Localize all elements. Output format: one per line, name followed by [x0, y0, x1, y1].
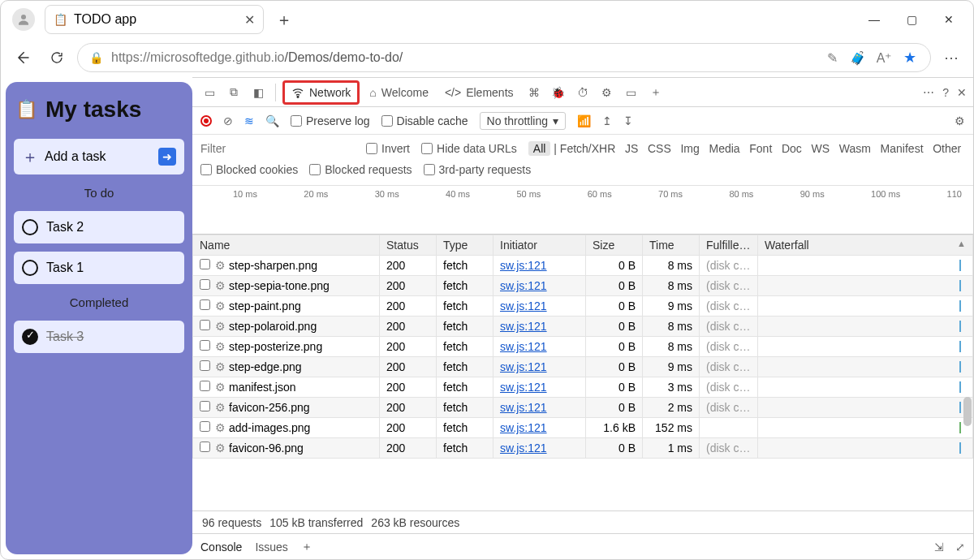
table-row[interactable]: ⚙favicon-96.png200fetchsw.js:1210 B1 ms(… — [193, 438, 973, 459]
filter-input[interactable] — [200, 142, 355, 155]
favorite-star-icon[interactable]: ★ — [901, 49, 919, 67]
text-size-icon[interactable]: A⁺ — [875, 50, 893, 66]
browser-more-icon[interactable]: ⋯ — [944, 49, 959, 67]
row-checkbox[interactable] — [200, 279, 210, 290]
initiator-link[interactable]: sw.js:121 — [500, 381, 547, 394]
filter-media[interactable]: Media — [709, 142, 739, 155]
url-field[interactable]: 🔒 https://microsoftedge.github.io/Demos/… — [77, 43, 931, 72]
table-row[interactable]: ⚙add-images.png200fetchsw.js:1211.6 kB15… — [193, 418, 973, 438]
filter-other[interactable]: Other — [933, 142, 961, 155]
task-item[interactable]: Task 1 — [14, 252, 184, 284]
filter-all[interactable]: All — [528, 141, 551, 156]
add-tab-icon[interactable]: ＋ — [645, 85, 666, 100]
dock-side-icon[interactable]: ◧ — [248, 86, 269, 99]
table-row[interactable]: ⚙step-posterize.png200fetchsw.js:1210 B8… — [193, 337, 973, 357]
col-waterfall[interactable]: Waterfall▲ — [758, 235, 973, 256]
filter-ws[interactable]: WS — [812, 142, 830, 155]
row-checkbox[interactable] — [200, 401, 210, 411]
filter-fetchxhr[interactable]: Fetch/XHR — [560, 142, 615, 155]
task-item[interactable]: Task 3 — [14, 321, 184, 353]
row-checkbox[interactable] — [200, 381, 210, 391]
blocked-requests-checkbox[interactable]: Blocked requests — [309, 163, 412, 176]
table-row[interactable]: ⚙step-sepia-tone.png200fetchsw.js:1210 B… — [193, 276, 973, 296]
row-checkbox[interactable] — [200, 442, 210, 452]
initiator-link[interactable]: sw.js:121 — [500, 442, 547, 454]
drawer-expand-icon[interactable]: ⤢ — [955, 541, 965, 554]
network-settings-icon[interactable]: ⚙ — [955, 114, 965, 127]
drawer-dock-icon[interactable]: ⇲ — [934, 541, 944, 554]
hide-data-urls-checkbox[interactable]: Hide data URLs — [421, 142, 517, 155]
filter-manifest[interactable]: Manifest — [881, 142, 924, 155]
col-size[interactable]: Size — [586, 235, 643, 256]
clear-icon[interactable]: ⊘ — [223, 114, 233, 127]
settings-gear-icon[interactable]: ⚙ — [597, 86, 618, 99]
upload-har-icon[interactable]: ↥ — [602, 114, 612, 127]
drawer-console-tab[interactable]: Console — [200, 541, 242, 554]
disable-cache-checkbox[interactable]: Disable cache — [381, 114, 468, 127]
window-icon[interactable]: ▭ — [621, 86, 642, 99]
table-row[interactable]: ⚙step-paint.png200fetchsw.js:1210 B9 ms(… — [193, 296, 973, 317]
back-button[interactable] — [9, 44, 37, 71]
window-minimize[interactable]: ― — [866, 13, 882, 26]
filter-toggle-icon[interactable]: ≋ — [244, 114, 254, 127]
initiator-link[interactable]: sw.js:121 — [500, 259, 547, 272]
scrollbar-thumb[interactable] — [963, 397, 972, 426]
reload-button[interactable] — [43, 44, 71, 71]
col-name[interactable]: Name — [193, 235, 380, 256]
performance-icon[interactable]: ⏱ — [572, 86, 593, 99]
row-checkbox[interactable] — [200, 421, 210, 432]
col-fulfilled[interactable]: Fulfilled… — [700, 235, 758, 256]
bug-icon[interactable]: 🐞 — [548, 86, 569, 99]
record-button[interactable] — [200, 115, 212, 127]
submit-arrow-icon[interactable]: ➜ — [158, 148, 176, 166]
window-maximize[interactable]: ▢ — [903, 13, 920, 26]
network-conditions-icon[interactable]: 📶 — [577, 114, 591, 127]
filter-img[interactable]: Img — [680, 142, 699, 155]
command-menu-icon[interactable]: ⌘ — [524, 86, 545, 99]
tab-elements[interactable]: </> Elements — [438, 83, 520, 102]
help-icon[interactable]: ? — [942, 86, 949, 99]
tab-welcome[interactable]: ⌂ Welcome — [363, 83, 435, 102]
download-har-icon[interactable]: ↧ — [623, 114, 633, 127]
initiator-link[interactable]: sw.js:121 — [500, 320, 547, 333]
more-icon[interactable]: ⋯ — [923, 86, 934, 99]
drawer-issues-tab[interactable]: Issues — [255, 541, 287, 554]
window-close[interactable]: ✕ — [941, 13, 957, 26]
edit-icon[interactable]: ✎ — [823, 50, 841, 66]
network-timeline[interactable]: 10 ms20 ms30 ms40 ms50 ms60 ms70 ms80 ms… — [192, 186, 973, 235]
row-checkbox[interactable] — [200, 360, 210, 371]
table-row[interactable]: ⚙step-sharpen.png200fetchsw.js:1210 B8 m… — [193, 256, 973, 276]
inspect-element-icon[interactable]: ▭ — [199, 86, 220, 99]
close-tab-icon[interactable]: ✕ — [244, 12, 255, 28]
tab-network[interactable]: Network — [282, 80, 360, 105]
filter-css[interactable]: CSS — [648, 142, 671, 155]
drawer-add-tab[interactable]: ＋ — [301, 540, 312, 554]
row-checkbox[interactable] — [200, 320, 210, 330]
add-task-button[interactable]: ＋ Add a task ➜ — [14, 139, 184, 174]
search-icon[interactable]: 🔍 — [265, 114, 279, 127]
initiator-link[interactable]: sw.js:121 — [500, 421, 547, 434]
filter-font[interactable]: Font — [749, 142, 772, 155]
third-party-checkbox[interactable]: 3rd-party requests — [424, 163, 532, 176]
col-time[interactable]: Time — [643, 235, 700, 256]
table-row[interactable]: ⚙favicon-256.png200fetchsw.js:1210 B2 ms… — [193, 398, 973, 418]
initiator-link[interactable]: sw.js:121 — [500, 299, 547, 312]
close-devtools-icon[interactable]: ✕ — [957, 86, 967, 99]
task-checkbox[interactable] — [22, 219, 38, 235]
initiator-link[interactable]: sw.js:121 — [500, 401, 547, 414]
table-row[interactable]: ⚙step-edge.png200fetchsw.js:1210 B9 ms(d… — [193, 357, 973, 377]
throttling-select[interactable]: No throttling▾ — [480, 112, 566, 130]
table-row[interactable]: ⚙manifest.json200fetchsw.js:1210 B3 ms(d… — [193, 377, 973, 398]
preserve-log-checkbox[interactable]: Preserve log — [291, 114, 370, 127]
row-checkbox[interactable] — [200, 259, 210, 269]
browser-tab[interactable]: 📋 TODO app ✕ — [45, 5, 264, 34]
col-initiator[interactable]: Initiator — [493, 235, 586, 256]
profile-avatar[interactable] — [12, 8, 35, 31]
table-row[interactable]: ⚙step-polaroid.png200fetchsw.js:1210 B8 … — [193, 317, 973, 337]
col-type[interactable]: Type — [437, 235, 493, 256]
initiator-link[interactable]: sw.js:121 — [500, 340, 547, 353]
blocked-cookies-checkbox[interactable]: Blocked cookies — [200, 163, 298, 176]
device-toggle-icon[interactable]: ⧉ — [223, 85, 244, 99]
filter-js[interactable]: JS — [625, 142, 638, 155]
new-tab-button[interactable]: ＋ — [272, 7, 296, 32]
